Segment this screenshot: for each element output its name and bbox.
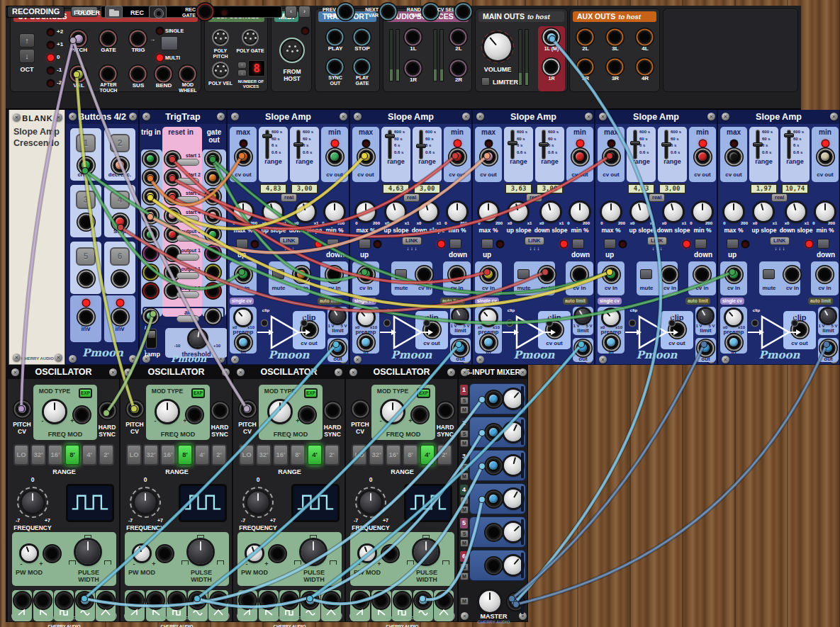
voices-down-button[interactable]: ↓ xyxy=(237,69,247,77)
link-button[interactable]: LINK xyxy=(770,237,790,245)
freq-mod-knob[interactable] xyxy=(157,401,178,422)
max-pct-knob[interactable] xyxy=(724,203,743,221)
range-button-4'[interactable]: 4' xyxy=(307,444,323,465)
triangle-out-jack[interactable] xyxy=(101,595,111,606)
play-jack[interactable] xyxy=(330,32,340,43)
preamp-knob[interactable] xyxy=(481,310,496,325)
button-jack-4[interactable] xyxy=(115,217,125,227)
up-gate-button[interactable] xyxy=(727,239,739,249)
gate-out-jack-2[interactable] xyxy=(208,173,218,182)
preamp-knob[interactable] xyxy=(726,310,741,325)
pitch-cv-jack[interactable] xyxy=(17,404,28,414)
mute-button-5[interactable]: M xyxy=(460,539,469,547)
range-button-4'[interactable]: 4' xyxy=(82,444,97,465)
link-button[interactable]: LINK xyxy=(647,237,667,245)
channel-4-level-knob[interactable] xyxy=(504,490,522,508)
inv-jack[interactable] xyxy=(115,312,125,322)
up-slope-knob[interactable] xyxy=(386,203,405,221)
freq-mod-jack[interactable] xyxy=(77,409,87,420)
min-cv-out-jack[interactable] xyxy=(698,152,708,162)
aux-3l-jack[interactable] xyxy=(610,32,620,43)
up-slope-knob[interactable] xyxy=(509,203,527,221)
pulse-width-knob[interactable] xyxy=(189,540,213,564)
range-button-16'[interactable]: 16' xyxy=(160,444,176,465)
down-cv-in-jack[interactable] xyxy=(452,269,462,280)
limit-knob[interactable] xyxy=(576,309,590,323)
range-slider[interactable] xyxy=(753,142,763,147)
trig-in-jack-8[interactable] xyxy=(146,286,155,295)
min-cv-out-jack[interactable] xyxy=(330,152,340,162)
threshold-knob[interactable] xyxy=(189,330,206,347)
channel-5-level-knob[interactable] xyxy=(504,523,522,541)
range-button-4'[interactable]: 4' xyxy=(194,444,210,465)
max-cv-out-jack[interactable] xyxy=(238,152,249,162)
hard-sync-jack[interactable] xyxy=(440,405,451,416)
down-cv-in-jack[interactable] xyxy=(697,269,707,280)
trig-in-jack-7[interactable] xyxy=(146,268,155,277)
pw-mod-jack[interactable] xyxy=(272,548,283,559)
down-gate-button[interactable] xyxy=(817,239,829,249)
preamp-knob[interactable] xyxy=(235,310,251,325)
trigger-button-5[interactable]: 5 xyxy=(76,247,96,266)
master-out-jack[interactable] xyxy=(510,597,521,607)
down-slope-knob[interactable] xyxy=(664,203,683,221)
audio-2r-jack[interactable] xyxy=(453,63,464,74)
trap-window-button[interactable] xyxy=(177,272,199,279)
max-cv-out-jack[interactable] xyxy=(729,152,739,162)
aux-4l-jack[interactable] xyxy=(639,32,650,43)
sus-jack[interactable] xyxy=(133,69,143,79)
channel-6-in-jack[interactable] xyxy=(488,560,499,571)
up-gate-button[interactable] xyxy=(236,239,248,249)
octave-down-button[interactable]: ↓ xyxy=(19,49,35,63)
frequency-knob[interactable] xyxy=(135,492,156,513)
gate-out-jack-3[interactable] xyxy=(208,192,218,201)
exp-button[interactable]: EXP xyxy=(304,388,318,398)
sine-out-jack[interactable] xyxy=(79,595,90,606)
limit-knob[interactable] xyxy=(330,309,345,323)
trap-window-button[interactable] xyxy=(177,291,199,298)
range-button-2'[interactable]: 2' xyxy=(211,444,227,465)
solo-button-4[interactable]: S xyxy=(460,497,469,504)
saw-up-out-jack[interactable] xyxy=(17,595,28,606)
next-arrow-button[interactable]: › xyxy=(298,6,310,18)
solo-button-1[interactable]: S xyxy=(460,397,469,405)
min-cv-out-jack[interactable] xyxy=(820,152,831,162)
pitch-cv-jack[interactable] xyxy=(242,404,253,414)
stop-jack[interactable] xyxy=(357,32,367,43)
down-cv-in-jack[interactable] xyxy=(329,269,340,280)
down-slope-knob[interactable] xyxy=(296,203,315,221)
range-button-LO[interactable]: LO xyxy=(13,444,29,465)
max-cv-out-jack[interactable] xyxy=(483,152,494,162)
in-jack[interactable] xyxy=(361,337,371,348)
range-button-2'[interactable]: 2' xyxy=(99,444,114,465)
trig-jack[interactable] xyxy=(133,33,143,44)
channel-1-level-knob[interactable] xyxy=(504,390,522,408)
solo-button-3[interactable]: S xyxy=(460,463,469,471)
mute-button[interactable] xyxy=(272,269,284,279)
pw-mod-jack[interactable] xyxy=(47,548,57,559)
min-pct-knob[interactable] xyxy=(693,203,712,221)
limit-knob[interactable] xyxy=(698,309,712,323)
mute-button[interactable] xyxy=(395,269,407,279)
range-button-8'[interactable]: 8' xyxy=(290,444,306,465)
audio-1r-jack[interactable] xyxy=(408,63,418,74)
solo-button-5[interactable]: S xyxy=(460,530,469,538)
in-jack[interactable] xyxy=(483,337,494,348)
mute-button-2[interactable]: M xyxy=(460,439,469,447)
pitch-cv-jack[interactable] xyxy=(130,404,140,414)
range-button-32'[interactable]: 32' xyxy=(369,444,384,465)
triangle-out-jack[interactable] xyxy=(213,595,224,606)
play-gate-jack[interactable] xyxy=(357,62,367,72)
pw-mod-knob[interactable] xyxy=(359,546,375,561)
range-button-LO[interactable]: LO xyxy=(239,444,254,465)
trig-in-jack-5[interactable] xyxy=(146,230,155,239)
pulse-out-jack[interactable] xyxy=(397,595,408,606)
real-button[interactable]: real xyxy=(526,193,542,202)
trap-window-button[interactable] xyxy=(177,254,199,261)
trig-in-jack-1[interactable] xyxy=(146,154,155,164)
mute-button[interactable] xyxy=(640,269,652,279)
real-button[interactable]: real xyxy=(403,193,420,202)
trig-in-jack-2[interactable] xyxy=(146,173,155,182)
single-multi-button[interactable] xyxy=(161,36,178,50)
button-jack-5[interactable] xyxy=(81,273,91,284)
